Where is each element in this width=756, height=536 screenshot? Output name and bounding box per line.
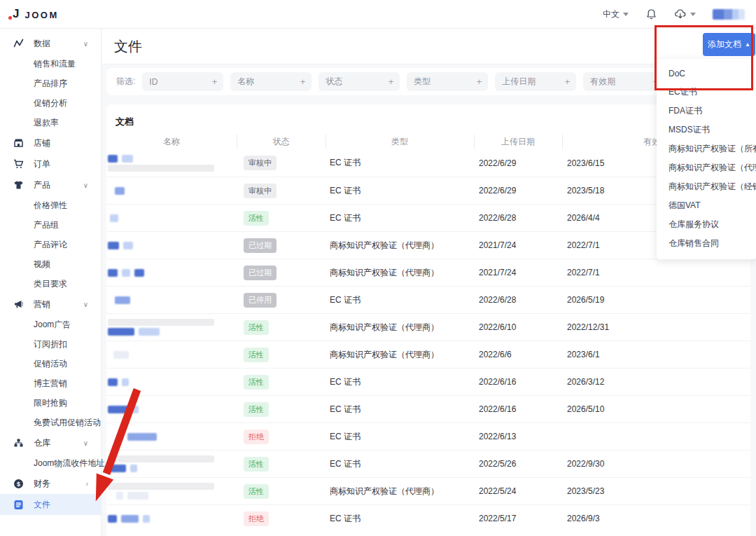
name-blur-block (116, 492, 123, 500)
sidebar-item-Joom物流收件地址[interactable]: Joom物流收件地址 (0, 453, 101, 473)
plus-icon: + (300, 76, 306, 87)
document-name-redacted (106, 378, 237, 386)
menu-item-EC证书[interactable]: EC证书 (657, 83, 756, 102)
menu-item-MSDS证书[interactable]: MSDS证书 (657, 121, 756, 139)
table-row[interactable]: 活性EC 证书2022/6/162026/5/10 (106, 395, 750, 422)
sidebar-item-label: 销售和流量 (34, 58, 76, 70)
filter-pill-状态[interactable]: 状态+ (318, 72, 400, 91)
menu-item-仓库服务协议[interactable]: 仓库服务协议 (657, 215, 756, 234)
menu-item-商标知识产权验证（所有人）[interactable]: 商标知识产权验证（所有人） (657, 139, 756, 158)
sidebar-item-价格弹性[interactable]: 价格弹性 (0, 195, 101, 215)
name-blur-block (108, 269, 118, 277)
sidebar-item-免费试用促销活动[interactable]: 免费试用促销活动 (0, 413, 101, 432)
sidebar-item-文件[interactable]: 文件 (0, 494, 101, 515)
sidebar-item-退款率[interactable]: 退款率 (0, 113, 101, 132)
sidebar-item-视频[interactable]: 视频 (0, 254, 101, 274)
plus-icon: + (212, 76, 218, 87)
filter-pill-ID[interactable]: ID+ (142, 72, 223, 91)
menu-item-德国VAT[interactable]: 德国VAT (657, 196, 756, 215)
svg-text:$: $ (17, 480, 20, 487)
sidebar: 数据∨销售和流量产品排序促销分析退款率店铺订单产品∨价格弹性产品组产品评论视频类… (0, 29, 102, 536)
name-blur-block (115, 296, 130, 304)
document-name-redacted (106, 187, 237, 195)
filter-pill-类型[interactable]: 类型+ (407, 72, 488, 91)
table-row[interactable]: 审核中EC 证书2022/6/292023/6/15 (106, 149, 750, 177)
status-badge: 审核中 (244, 156, 276, 170)
sidebar-item-Joom广告[interactable]: Joom广告 (0, 315, 101, 334)
sidebar-item-仓库[interactable]: 仓库∨ (0, 432, 101, 453)
menu-item-FDA证书[interactable]: FDA证书 (657, 102, 756, 121)
document-name-redacted (106, 483, 237, 500)
status-badge: 活性 (244, 375, 269, 390)
status-badge: 活性 (244, 457, 269, 472)
expiry-date: 2023/5/23 (562, 486, 750, 496)
status-cell: 已停用 (237, 293, 326, 308)
sidebar-item-店铺[interactable]: 店铺 (0, 132, 101, 153)
menu-item-商标知识产权验证（经销商）[interactable]: 商标知识产权验证（经销商） (657, 177, 756, 196)
menu-item-商标知识产权验证（代理商）[interactable]: 商标知识产权验证（代理商） (657, 158, 756, 177)
name-blur-block (108, 515, 117, 523)
sidebar-item-产品组[interactable]: 产品组 (0, 215, 101, 235)
filter-pill-名称[interactable]: 名称+ (230, 72, 312, 91)
sidebar-item-促销活动[interactable]: 促销活动 (0, 354, 101, 373)
upload-date: 2022/6/13 (474, 432, 562, 441)
filter-pill-有效期[interactable]: 有效期+ (583, 72, 664, 91)
status-cell: 活性 (237, 320, 326, 335)
sidebar-item-财务[interactable]: $财务› (0, 473, 101, 494)
name-blur-bar (108, 455, 214, 462)
filter-pill-上传日期[interactable]: 上传日期+ (495, 72, 576, 91)
menu-item-仓库销售合同[interactable]: 仓库销售合同 (657, 234, 756, 253)
sidebar-item-营销[interactable]: 营销∨ (0, 294, 101, 315)
chevron-down-icon: ∨ (83, 439, 88, 447)
document-type: EC 证书 (326, 212, 474, 224)
notifications-button[interactable] (645, 8, 657, 20)
table-row[interactable]: 已停用EC 证书2022/6/282026/5/19 (106, 286, 750, 313)
upload-date: 2022/5/26 (474, 459, 562, 469)
sidebar-item-销售和流量[interactable]: 销售和流量 (0, 54, 101, 74)
add-document-button[interactable]: 添加文档 ▲ (703, 33, 755, 56)
table-row[interactable]: 已过期商标知识产权验证（代理商）2021/7/242022/7/1 (106, 259, 750, 286)
table-row[interactable]: 审核中EC 证书2022/6/292023/5/18 (106, 177, 750, 204)
language-label: 中文 (603, 8, 620, 20)
sidebar-item-label: 产品 (34, 179, 50, 191)
bell-icon (645, 8, 657, 20)
sidebar-item-博主营销[interactable]: 博主营销 (0, 373, 101, 393)
name-blur-block (108, 406, 129, 413)
sidebar-item-产品评论[interactable]: 产品评论 (0, 235, 101, 254)
top-bar: J JOOM 中文 (0, 0, 756, 29)
filter-label: 筛选: (116, 76, 135, 88)
sidebar-item-促销分析[interactable]: 促销分析 (0, 93, 101, 113)
table-row[interactable]: 活性EC 证书2022/5/262022/9/30 (106, 450, 750, 477)
document-name-redacted (106, 319, 237, 336)
sidebar-item-限时抢购[interactable]: 限时抢购 (0, 393, 101, 413)
table-row[interactable]: 活性EC 证书2022/6/282026/4/4 (106, 204, 750, 231)
name-blur-block (121, 515, 139, 523)
downloads-menu[interactable] (674, 8, 696, 20)
table-row[interactable]: 活性EC 证书2022/6/162026/3/12 (106, 368, 750, 395)
table-row[interactable]: 已过期商标知识产权验证（代理商）2021/7/242022/7/1 (106, 231, 750, 259)
table-row[interactable]: 拒绝EC 证书2022/6/13 (106, 422, 750, 450)
topbar-actions: 中文 (603, 8, 756, 20)
sidebar-item-类目要求[interactable]: 类目要求 (0, 274, 101, 294)
document-type: 商标知识产权验证（代理商） (326, 349, 474, 361)
table-row[interactable]: 活性商标知识产权验证（代理商）2022/5/242023/5/23 (106, 477, 750, 504)
table-row[interactable]: 活性商标知识产权验证（代理商）2022/6/102022/12/31 (106, 313, 750, 341)
expiry-date: 2026/5/19 (562, 295, 750, 305)
language-selector[interactable]: 中文 (603, 8, 629, 20)
app-window: J JOOM 中文 数据∨销售和流量产品排序促销分析退款率店铺订单产品∨价格弹性… (0, 0, 756, 536)
sidebar-item-订阅折扣[interactable]: 订阅折扣 (0, 334, 101, 354)
sidebar-item-订单[interactable]: 订单 (0, 153, 101, 174)
name-blur-block (127, 492, 148, 500)
table-row[interactable]: 拒绝EC 证书2022/5/172026/9/3 (106, 504, 750, 532)
expiry-date: 2022/12/31 (562, 322, 750, 332)
joom-logo[interactable]: J JOOM (13, 7, 59, 21)
avatar[interactable] (713, 9, 745, 20)
sidebar-item-产品[interactable]: 产品∨ (0, 174, 101, 195)
menu-item-DoC[interactable]: DoC (657, 64, 756, 83)
table-row[interactable]: 活性商标知识产权验证（代理商）2022/6/62023/6/1 (106, 341, 750, 368)
plus-icon: + (388, 76, 394, 87)
sidebar-item-数据[interactable]: 数据∨ (0, 33, 101, 54)
chevron-down-icon (690, 13, 696, 16)
sidebar-item-产品排序[interactable]: 产品排序 (0, 74, 101, 93)
status-badge: 拒绝 (244, 430, 269, 444)
